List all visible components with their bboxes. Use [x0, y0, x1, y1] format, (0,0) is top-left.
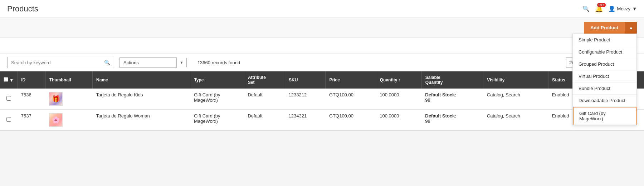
- salable-label: Default Stock:: [425, 113, 456, 119]
- add-product-arrow-button[interactable]: ▲: [625, 22, 637, 34]
- cell-id: 7537: [18, 110, 46, 131]
- search-actions-bar: 🔍 Actions ▼ 13660 records found 20 ▼ per…: [0, 54, 644, 71]
- notification-bell[interactable]: 🔔 99+: [595, 5, 603, 13]
- top-bar: Products 🔍 🔔 99+ 👤 Meczy ▼: [0, 0, 644, 18]
- add-product-dropdown: Simple Product Configurable Product Grou…: [572, 34, 637, 125]
- toolbar: Add Product ▲ Simple Product Configurabl…: [0, 18, 644, 37]
- th-attribute-set[interactable]: AttributeSet: [244, 71, 285, 89]
- thumbnail-image: 🎁: [49, 92, 63, 106]
- actions-arrow-button[interactable]: ▼: [177, 58, 187, 67]
- th-id[interactable]: ID: [18, 71, 46, 89]
- filters-bar: ▿ Filters 👁 Default V: [0, 37, 644, 54]
- cell-thumbnail: 🎁: [45, 89, 92, 110]
- dropdown-item-bundle[interactable]: Bundle Product: [573, 82, 636, 95]
- cell-thumbnail: 🌸: [45, 110, 92, 131]
- cell-name: Tarjeta de Regalo Woman: [93, 110, 190, 131]
- cell-type: Gift Card (byMageWorx): [190, 110, 244, 131]
- cell-type: Gift Card (byMageWorx): [190, 89, 244, 110]
- user-name: Meczy: [617, 6, 631, 11]
- records-count: 13660 records found: [197, 60, 240, 65]
- row-checkbox[interactable]: [6, 117, 11, 122]
- dropdown-item-downloadable[interactable]: Downloadable Product: [573, 95, 636, 107]
- th-thumbnail: Thumbnail: [45, 71, 92, 89]
- cell-quantity: 100.0000: [376, 110, 421, 131]
- actions-select-wrap: Actions ▼: [119, 57, 187, 68]
- cell-price: GTQ100.00: [326, 89, 376, 110]
- add-product-button[interactable]: Add Product: [584, 22, 625, 34]
- search-left: 🔍 Actions ▼ 13660 records found: [7, 57, 240, 68]
- th-name[interactable]: Name: [93, 71, 190, 89]
- cell-quantity: 100.0000: [376, 89, 421, 110]
- cell-attribute-set: Default: [244, 110, 285, 131]
- th-type[interactable]: Type: [190, 71, 244, 89]
- dropdown-item-simple[interactable]: Simple Product: [573, 34, 636, 46]
- search-box: 🔍: [7, 57, 114, 68]
- notification-badge: 99+: [597, 3, 605, 7]
- products-table: ▼ ID Thumbnail Name Type AttributeSet SK…: [0, 71, 644, 131]
- user-menu[interactable]: 👤 Meczy ▼: [608, 5, 637, 12]
- row-checkbox-cell: [0, 110, 18, 131]
- search-input[interactable]: [8, 57, 101, 68]
- cell-salable-qty: Default Stock:98: [421, 110, 483, 131]
- table-header-row: ▼ ID Thumbnail Name Type AttributeSet SK…: [0, 71, 644, 89]
- row-checkbox[interactable]: [6, 96, 11, 101]
- user-menu-arrow: ▼: [632, 6, 637, 11]
- top-bar-right: 🔍 🔔 99+ 👤 Meczy ▼: [582, 5, 637, 13]
- cell-sku: 1233212: [285, 89, 326, 110]
- dropdown-item-giftcard[interactable]: Gift Card (by MageWorx): [573, 107, 636, 125]
- table-row: 7536 🎁 Tarjeta de Regalo Kids Gift Card …: [0, 89, 644, 110]
- select-all-checkbox[interactable]: [4, 77, 8, 82]
- actions-select[interactable]: Actions: [119, 57, 177, 68]
- cell-name: Tarjeta de Regalo Kids: [93, 89, 190, 110]
- cell-price: GTQ100.00: [326, 110, 376, 131]
- dropdown-item-grouped[interactable]: Grouped Product: [573, 58, 636, 70]
- salable-label: Default Stock:: [425, 92, 456, 97]
- search-button[interactable]: 🔍: [101, 57, 114, 68]
- search-icon[interactable]: 🔍: [582, 5, 590, 12]
- dropdown-item-configurable[interactable]: Configurable Product: [573, 46, 636, 58]
- th-arrow-icon[interactable]: ▼: [9, 78, 14, 83]
- th-price[interactable]: Price: [326, 71, 376, 89]
- cell-sku: 1234321: [285, 110, 326, 131]
- cell-visibility: Catalog, Search: [483, 110, 548, 131]
- table-row: 7537 🌸 Tarjeta de Regalo Woman Gift Card…: [0, 110, 644, 131]
- thumbnail-image: 🌸: [49, 113, 63, 127]
- row-checkbox-cell: [0, 89, 18, 110]
- th-checkbox: ▼: [0, 71, 18, 89]
- cell-attribute-set: Default: [244, 89, 285, 110]
- cell-visibility: Catalog, Search: [483, 89, 548, 110]
- th-visibility[interactable]: Visibility: [483, 71, 548, 89]
- th-quantity[interactable]: Quantity ↑: [376, 71, 421, 89]
- th-sku[interactable]: SKU: [285, 71, 326, 89]
- th-salable-qty[interactable]: SalableQuantity: [421, 71, 483, 89]
- cell-id: 7536: [18, 89, 46, 110]
- dropdown-item-virtual[interactable]: Virtual Product: [573, 70, 636, 82]
- page-title: Products: [7, 4, 38, 14]
- cell-salable-qty: Default Stock:98: [421, 89, 483, 110]
- table-wrapper: ▼ ID Thumbnail Name Type AttributeSet SK…: [0, 71, 644, 131]
- user-icon: 👤: [608, 5, 615, 12]
- add-product-wrapper: Add Product ▲ Simple Product Configurabl…: [584, 22, 637, 34]
